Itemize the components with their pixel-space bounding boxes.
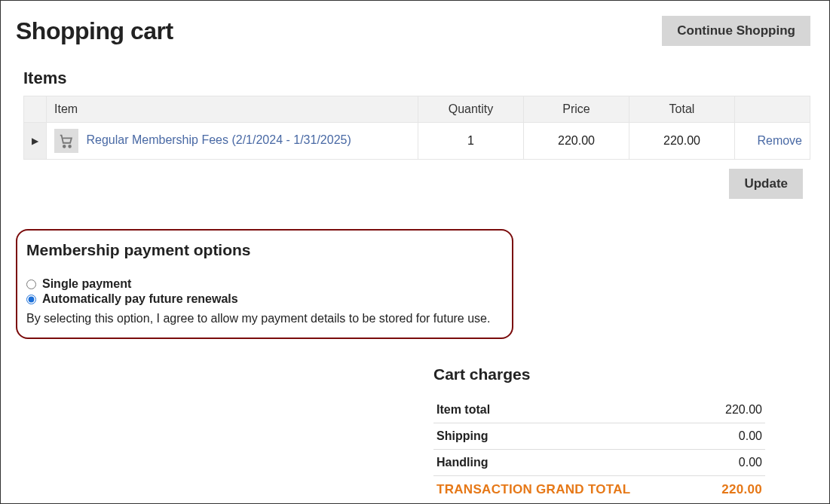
shipping-value: 0.00: [703, 423, 765, 450]
auto-renewal-disclaimer: By selecting this option, I agree to all…: [26, 312, 503, 325]
item-total: 220.00: [629, 123, 735, 160]
item-quantity: 1: [418, 123, 524, 160]
items-heading: Items: [23, 69, 810, 88]
update-button[interactable]: Update: [729, 169, 803, 199]
item-total-label: Item total: [433, 397, 703, 423]
triangle-right-icon: ▶: [32, 136, 38, 146]
charges-table: Item total 220.00 Shipping 0.00 Handling…: [433, 397, 765, 503]
charges-heading: Cart charges: [433, 365, 765, 383]
page-title: Shopping cart: [16, 17, 173, 45]
items-table: Item Quantity Price Total ▶: [23, 96, 810, 160]
single-payment-label[interactable]: Single payment: [42, 277, 131, 291]
col-expand: [24, 96, 47, 123]
expand-row-toggle[interactable]: ▶: [24, 123, 47, 160]
svg-point-1: [69, 145, 71, 148]
auto-renewal-radio[interactable]: [26, 295, 36, 304]
svg-point-0: [63, 145, 66, 148]
handling-label: Handling: [433, 450, 703, 476]
col-price: Price: [524, 96, 629, 123]
payment-options-heading: Membership payment options: [26, 241, 503, 259]
handling-value: 0.00: [703, 450, 765, 476]
shipping-label: Shipping: [433, 423, 703, 450]
payment-options-box: Membership payment options Single paymen…: [16, 229, 513, 339]
grand-total-label: TRANSACTION GRAND TOTAL: [433, 476, 703, 504]
cart-icon: [54, 129, 78, 153]
single-payment-radio[interactable]: [26, 279, 36, 289]
col-quantity: Quantity: [418, 96, 524, 123]
col-remove: [735, 96, 810, 123]
auto-renewal-label[interactable]: Automatically pay future renewals: [42, 292, 238, 306]
table-row: ▶ Regular Membership Fees (2/1/2024 - 1/…: [24, 123, 810, 160]
item-total-value: 220.00: [703, 397, 765, 423]
col-total: Total: [629, 96, 735, 123]
remove-link[interactable]: Remove: [757, 134, 802, 147]
item-name-link[interactable]: Regular Membership Fees (2/1/2024 - 1/31…: [86, 133, 351, 146]
continue-shopping-button[interactable]: Continue Shopping: [662, 16, 810, 46]
item-price: 220.00: [524, 123, 629, 160]
grand-total-value: 220.00: [703, 476, 765, 504]
col-item: Item: [47, 96, 418, 123]
